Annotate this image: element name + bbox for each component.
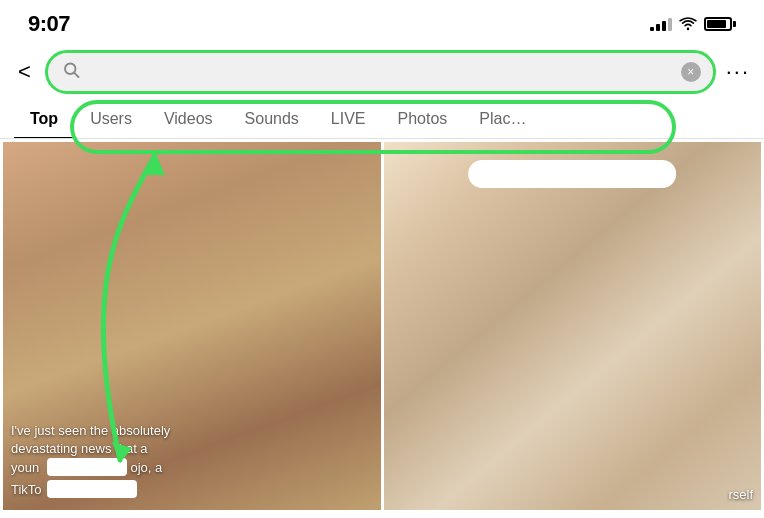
video-username-right: rself [392, 469, 754, 502]
video-username-left: TikTo [11, 480, 373, 502]
svg-point-0 [687, 28, 689, 30]
search-icon [62, 61, 80, 84]
tab-places[interactable]: Plac… [463, 100, 542, 138]
tab-sounds[interactable]: Sounds [229, 100, 315, 138]
tab-live[interactable]: LIVE [315, 100, 382, 138]
video-grid: I've just seen the absolutely devastatin… [0, 139, 764, 513]
video-caption-left: I've just seen the absolutely devastatin… [11, 422, 373, 480]
status-icons [650, 17, 736, 31]
video-thumb-right[interactable]: rself [384, 142, 762, 510]
wifi-icon [678, 17, 698, 31]
tab-top[interactable]: Top [14, 100, 74, 138]
svg-line-2 [74, 73, 78, 77]
tab-photos[interactable]: Photos [382, 100, 464, 138]
status-bar: 9:07 [0, 0, 764, 44]
redact-pill-right-top [468, 160, 676, 188]
search-row: < × ··· [0, 44, 764, 100]
back-button[interactable]: < [14, 55, 35, 89]
tabs-row: Top Users Videos Sounds LIVE Photos Plac… [0, 100, 764, 139]
status-time: 9:07 [28, 11, 70, 37]
video-thumb-left[interactable]: I've just seen the absolutely devastatin… [3, 142, 381, 510]
tab-users[interactable]: Users [74, 100, 148, 138]
signal-strength-icon [650, 17, 672, 31]
more-options-button[interactable]: ··· [726, 59, 750, 85]
search-box-wrapper: × [45, 50, 716, 94]
tab-videos[interactable]: Videos [148, 100, 229, 138]
search-clear-button[interactable]: × [681, 62, 701, 82]
battery-icon [704, 17, 736, 31]
search-box[interactable]: × [45, 50, 716, 94]
